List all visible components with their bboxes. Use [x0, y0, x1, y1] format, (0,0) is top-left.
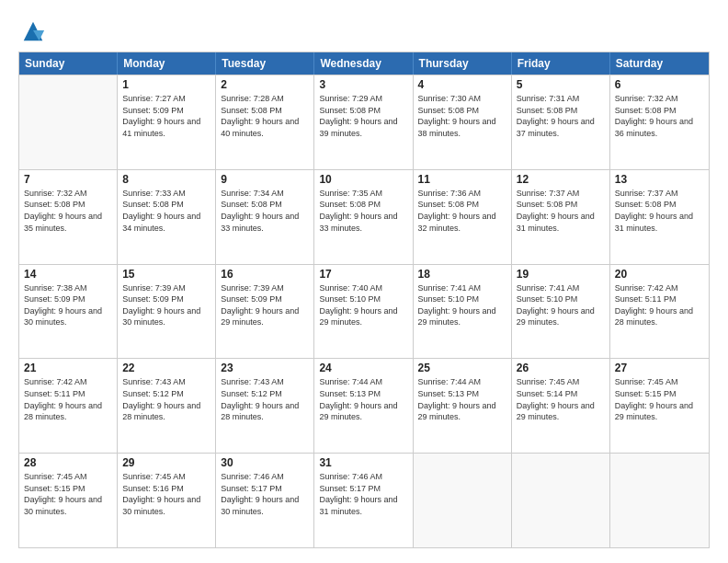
weekday-header-tuesday: Tuesday	[216, 52, 314, 75]
day-cell-14: 14Sunrise: 7:38 AM Sunset: 5:09 PM Dayli…	[19, 265, 118, 359]
day-info: Sunrise: 7:37 AM Sunset: 5:08 PM Dayligh…	[615, 188, 704, 234]
day-cell-28: 28Sunrise: 7:45 AM Sunset: 5:15 PM Dayli…	[19, 454, 118, 547]
day-number: 2	[221, 78, 309, 91]
day-number: 10	[319, 173, 407, 186]
day-cell-18: 18Sunrise: 7:41 AM Sunset: 5:10 PM Dayli…	[414, 265, 512, 359]
day-info: Sunrise: 7:43 AM Sunset: 5:12 PM Dayligh…	[221, 376, 309, 422]
weekday-header-monday: Monday	[118, 52, 216, 75]
day-info: Sunrise: 7:38 AM Sunset: 5:09 PM Dayligh…	[24, 282, 112, 328]
day-number: 21	[24, 362, 112, 374]
day-info: Sunrise: 7:46 AM Sunset: 5:17 PM Dayligh…	[221, 471, 309, 517]
day-cell-30: 30Sunrise: 7:46 AM Sunset: 5:17 PM Dayli…	[216, 454, 314, 547]
calendar: SundayMondayTuesdayWednesdayThursdayFrid…	[18, 52, 710, 548]
day-number: 23	[221, 362, 309, 374]
day-cell-2: 2Sunrise: 7:28 AM Sunset: 5:08 PM Daylig…	[216, 75, 314, 169]
day-number: 29	[122, 456, 210, 469]
day-number: 30	[221, 456, 309, 469]
day-number: 14	[24, 268, 112, 281]
day-cell-6: 6Sunrise: 7:32 AM Sunset: 5:08 PM Daylig…	[610, 75, 709, 169]
day-number: 19	[517, 268, 605, 281]
day-info: Sunrise: 7:27 AM Sunset: 5:09 PM Dayligh…	[122, 93, 210, 139]
day-cell-20: 20Sunrise: 7:42 AM Sunset: 5:11 PM Dayli…	[610, 265, 709, 359]
day-number: 24	[319, 362, 407, 374]
day-info: Sunrise: 7:41 AM Sunset: 5:10 PM Dayligh…	[418, 282, 506, 328]
day-cell-25: 25Sunrise: 7:44 AM Sunset: 5:13 PM Dayli…	[414, 359, 512, 453]
day-cell-23: 23Sunrise: 7:43 AM Sunset: 5:12 PM Dayli…	[216, 359, 314, 453]
day-cell-21: 21Sunrise: 7:42 AM Sunset: 5:11 PM Dayli…	[19, 359, 118, 453]
day-number: 1	[122, 78, 210, 91]
day-cell-15: 15Sunrise: 7:39 AM Sunset: 5:09 PM Dayli…	[118, 265, 216, 359]
day-info: Sunrise: 7:30 AM Sunset: 5:08 PM Dayligh…	[418, 93, 506, 139]
empty-cell	[414, 454, 512, 547]
day-cell-7: 7Sunrise: 7:32 AM Sunset: 5:08 PM Daylig…	[19, 170, 118, 264]
calendar-row-4: 28Sunrise: 7:45 AM Sunset: 5:15 PM Dayli…	[19, 453, 709, 547]
day-info: Sunrise: 7:35 AM Sunset: 5:08 PM Dayligh…	[319, 188, 407, 234]
empty-cell	[19, 75, 118, 169]
day-cell-24: 24Sunrise: 7:44 AM Sunset: 5:13 PM Dayli…	[314, 359, 413, 453]
day-cell-16: 16Sunrise: 7:39 AM Sunset: 5:09 PM Dayli…	[216, 265, 314, 359]
day-number: 12	[517, 173, 605, 186]
day-info: Sunrise: 7:31 AM Sunset: 5:08 PM Dayligh…	[517, 93, 605, 139]
day-info: Sunrise: 7:32 AM Sunset: 5:08 PM Dayligh…	[24, 188, 112, 234]
day-info: Sunrise: 7:29 AM Sunset: 5:08 PM Dayligh…	[319, 93, 407, 139]
day-info: Sunrise: 7:33 AM Sunset: 5:08 PM Dayligh…	[122, 188, 210, 234]
day-info: Sunrise: 7:28 AM Sunset: 5:08 PM Dayligh…	[221, 93, 309, 139]
day-info: Sunrise: 7:46 AM Sunset: 5:17 PM Dayligh…	[319, 471, 407, 517]
empty-cell	[610, 454, 709, 547]
day-number: 7	[24, 173, 112, 186]
day-number: 17	[319, 268, 407, 281]
day-info: Sunrise: 7:37 AM Sunset: 5:08 PM Dayligh…	[517, 188, 605, 234]
day-number: 3	[319, 78, 407, 91]
day-cell-10: 10Sunrise: 7:35 AM Sunset: 5:08 PM Dayli…	[314, 170, 413, 264]
day-info: Sunrise: 7:45 AM Sunset: 5:16 PM Dayligh…	[122, 471, 210, 517]
day-number: 31	[319, 456, 407, 469]
day-number: 13	[615, 173, 704, 186]
day-cell-1: 1Sunrise: 7:27 AM Sunset: 5:09 PM Daylig…	[118, 75, 216, 169]
calendar-row-2: 14Sunrise: 7:38 AM Sunset: 5:09 PM Dayli…	[19, 264, 709, 359]
day-number: 15	[122, 268, 210, 281]
day-number: 8	[122, 173, 210, 186]
weekday-header-wednesday: Wednesday	[314, 52, 413, 75]
day-cell-5: 5Sunrise: 7:31 AM Sunset: 5:08 PM Daylig…	[512, 75, 610, 169]
day-info: Sunrise: 7:32 AM Sunset: 5:08 PM Dayligh…	[615, 93, 704, 139]
header	[18, 15, 710, 44]
day-number: 16	[221, 268, 309, 281]
page: SundayMondayTuesdayWednesdayThursdayFrid…	[0, 0, 728, 563]
day-info: Sunrise: 7:39 AM Sunset: 5:09 PM Dayligh…	[221, 282, 309, 328]
day-cell-19: 19Sunrise: 7:41 AM Sunset: 5:10 PM Dayli…	[512, 265, 610, 359]
day-info: Sunrise: 7:41 AM Sunset: 5:10 PM Dayligh…	[517, 282, 605, 328]
calendar-row-3: 21Sunrise: 7:42 AM Sunset: 5:11 PM Dayli…	[19, 358, 709, 453]
empty-cell	[512, 454, 610, 547]
day-number: 25	[418, 362, 506, 374]
day-cell-4: 4Sunrise: 7:30 AM Sunset: 5:08 PM Daylig…	[414, 75, 512, 169]
day-info: Sunrise: 7:43 AM Sunset: 5:12 PM Dayligh…	[122, 376, 210, 422]
day-cell-29: 29Sunrise: 7:45 AM Sunset: 5:16 PM Dayli…	[118, 454, 216, 547]
day-number: 4	[418, 78, 506, 91]
day-cell-11: 11Sunrise: 7:36 AM Sunset: 5:08 PM Dayli…	[414, 170, 512, 264]
day-info: Sunrise: 7:39 AM Sunset: 5:09 PM Dayligh…	[122, 282, 210, 328]
day-cell-12: 12Sunrise: 7:37 AM Sunset: 5:08 PM Dayli…	[512, 170, 610, 264]
weekday-header-sunday: Sunday	[19, 52, 118, 75]
day-info: Sunrise: 7:42 AM Sunset: 5:11 PM Dayligh…	[615, 282, 704, 328]
day-info: Sunrise: 7:45 AM Sunset: 5:15 PM Dayligh…	[615, 376, 704, 422]
logo-icon	[20, 18, 46, 44]
day-number: 20	[615, 268, 704, 281]
day-cell-17: 17Sunrise: 7:40 AM Sunset: 5:10 PM Dayli…	[314, 265, 413, 359]
calendar-row-0: 1Sunrise: 7:27 AM Sunset: 5:09 PM Daylig…	[19, 75, 709, 169]
day-info: Sunrise: 7:45 AM Sunset: 5:14 PM Dayligh…	[517, 376, 605, 422]
day-number: 28	[24, 456, 112, 469]
day-cell-26: 26Sunrise: 7:45 AM Sunset: 5:14 PM Dayli…	[512, 359, 610, 453]
calendar-body: 1Sunrise: 7:27 AM Sunset: 5:09 PM Daylig…	[19, 75, 709, 547]
day-number: 6	[615, 78, 704, 91]
day-cell-27: 27Sunrise: 7:45 AM Sunset: 5:15 PM Dayli…	[610, 359, 709, 453]
day-number: 18	[418, 268, 506, 281]
day-cell-13: 13Sunrise: 7:37 AM Sunset: 5:08 PM Dayli…	[610, 170, 709, 264]
day-cell-3: 3Sunrise: 7:29 AM Sunset: 5:08 PM Daylig…	[314, 75, 413, 169]
day-info: Sunrise: 7:44 AM Sunset: 5:13 PM Dayligh…	[418, 376, 506, 422]
day-info: Sunrise: 7:45 AM Sunset: 5:15 PM Dayligh…	[24, 471, 112, 517]
day-number: 11	[418, 173, 506, 186]
day-number: 27	[615, 362, 704, 374]
day-number: 5	[517, 78, 605, 91]
day-info: Sunrise: 7:36 AM Sunset: 5:08 PM Dayligh…	[418, 188, 506, 234]
logo	[18, 18, 46, 44]
